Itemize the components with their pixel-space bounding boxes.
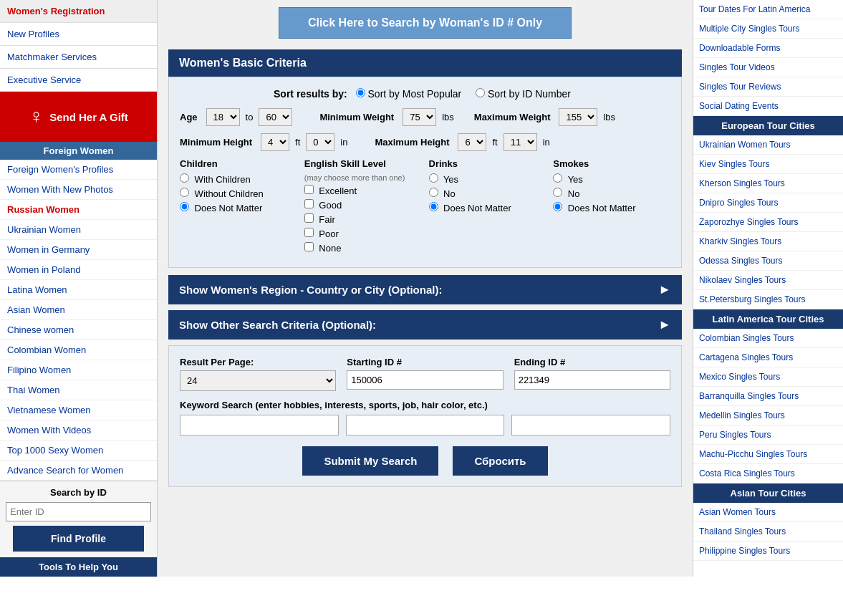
right-link-dnipro[interactable]: Dnipro Singles Tours [693, 193, 843, 213]
sidebar-item-latina[interactable]: Latina Women [0, 280, 157, 300]
right-link-mexico[interactable]: Mexico Singles Tours [693, 367, 843, 387]
right-link-philippine[interactable]: Philippine Singles Tours [693, 542, 843, 561]
smokes-dnm[interactable]: Does Not Matter [553, 202, 670, 213]
children-with[interactable]: With Children [180, 173, 297, 185]
sidebar-item-thai[interactable]: Thai Women [0, 380, 157, 400]
max-height-ft-select[interactable]: 65 [458, 133, 486, 151]
children-without-radio[interactable] [180, 188, 189, 197]
right-link-thailand[interactable]: Thailand Singles Tours [693, 522, 843, 542]
right-link-zaporozhye[interactable]: Zaporozhye Singles Tours [693, 213, 843, 232]
children-without[interactable]: Without Children [180, 188, 297, 199]
drinks-dnm-radio[interactable] [429, 202, 438, 211]
min-weight-select[interactable]: 758090 [403, 108, 436, 126]
results-per-page-select[interactable]: 2448100 [180, 370, 336, 391]
sidebar-item-vietnamese[interactable]: Vietnamese Women [0, 400, 157, 420]
smokes-yes-radio[interactable] [553, 173, 562, 183]
right-link-barranquilla[interactable]: Barranquilla Singles Tours [693, 387, 843, 406]
sort-popular-radio[interactable] [356, 88, 365, 97]
right-link-cartagena[interactable]: Cartagena Singles Tours [693, 348, 843, 367]
smokes-no[interactable]: No [553, 188, 670, 199]
english-excellent[interactable]: Excellent [304, 185, 422, 196]
other-expandable[interactable]: Show Other Search Criteria (Optional): ► [168, 310, 682, 340]
submit-button[interactable]: Submit My Search [302, 446, 438, 476]
sidebar-item-new-photos[interactable]: Women With New Photos [0, 180, 157, 200]
right-link-videos[interactable]: Singles Tour Videos [693, 58, 843, 77]
children-dnm[interactable]: Does Not Matter [180, 202, 297, 213]
children-dnm-radio[interactable] [180, 202, 189, 211]
right-link-kherson[interactable]: Kherson Singles Tours [693, 174, 843, 193]
children-with-radio[interactable] [180, 173, 189, 183]
age-min-select[interactable]: 18202530 [206, 108, 240, 126]
english-poor-cb[interactable] [304, 228, 314, 237]
smokes-yes[interactable]: Yes [553, 173, 670, 185]
sidebar-item-filipino[interactable]: Filipino Women [0, 360, 157, 380]
region-expandable[interactable]: Show Women's Region - Country or City (O… [168, 275, 682, 304]
english-none[interactable]: None [304, 242, 422, 254]
right-link-peru[interactable]: Peru Singles Tours [693, 425, 843, 445]
right-link-tour-dates[interactable]: Tour Dates For Latin America [693, 0, 843, 19]
right-link-multiple-city[interactable]: Multiple City Singles Tours [693, 19, 843, 39]
drinks-yes[interactable]: Yes [429, 173, 546, 185]
english-fair[interactable]: Fair [304, 213, 422, 225]
keyword-input-1[interactable] [180, 415, 339, 435]
sidebar-item-russian[interactable]: Russian Women [0, 200, 157, 220]
right-link-medellin[interactable]: Medellin Singles Tours [693, 406, 843, 425]
keyword-input-3[interactable] [511, 415, 670, 435]
sidebar-item-chinese[interactable]: Chinese women [0, 320, 157, 340]
sort-id-radio[interactable] [476, 88, 485, 97]
sidebar-item-new-profiles[interactable]: New Profiles [0, 23, 157, 46]
right-link-asian-tours[interactable]: Asian Women Tours [693, 503, 843, 522]
right-link-nikolaev[interactable]: Nikolaev Singles Tours [693, 271, 843, 290]
reset-button[interactable]: Сбросить [453, 446, 547, 476]
sidebar-item-womens-registration[interactable]: Women's Registration [0, 0, 157, 23]
right-link-machu-picchu[interactable]: Machu-Picchu Singles Tours [693, 445, 843, 464]
min-height-ft-select[interactable]: 45 [261, 133, 289, 151]
id-input[interactable] [6, 502, 151, 521]
sidebar-item-foreign-profiles[interactable]: Foreign Women's Profiles [0, 160, 157, 180]
sort-popular-label[interactable]: Sort by Most Popular [356, 88, 465, 100]
sidebar-item-top1000[interactable]: Top 1000 Sexy Women [0, 441, 157, 461]
max-height-in-select[interactable]: 11109 [504, 133, 537, 151]
english-poor[interactable]: Poor [304, 228, 422, 239]
find-profile-button[interactable]: Find Profile [13, 526, 144, 552]
sidebar-item-colombian[interactable]: Colombian Women [0, 340, 157, 360]
drinks-no-radio[interactable] [429, 188, 438, 197]
sidebar-item-ukrainian[interactable]: Ukrainian Women [0, 220, 157, 240]
english-good[interactable]: Good [304, 199, 422, 211]
gift-banner[interactable]: ♀ Send Her A Gift [0, 92, 157, 142]
sidebar-item-with-videos[interactable]: Women With Videos [0, 420, 157, 441]
right-link-downloadable[interactable]: Downloadable Forms [693, 39, 843, 58]
drinks-dnm[interactable]: Does Not Matter [429, 202, 546, 213]
sidebar-item-advance-search[interactable]: Advance Search for Women [0, 461, 157, 481]
right-link-reviews[interactable]: Singles Tour Reviews [693, 77, 843, 97]
english-none-cb[interactable] [304, 242, 314, 251]
english-fair-cb[interactable] [304, 213, 314, 223]
search-by-id-button[interactable]: Click Here to Search by Woman's ID # Onl… [279, 7, 572, 39]
keyword-input-2[interactable] [346, 415, 505, 435]
right-link-costa-rica[interactable]: Costa Rica Singles Tours [693, 464, 843, 483]
sidebar-item-germany[interactable]: Women in Germany [0, 240, 157, 260]
sidebar-item-asian[interactable]: Asian Women [0, 300, 157, 320]
max-weight-select[interactable]: 155160170 [559, 108, 597, 126]
right-link-colombian-tours[interactable]: Colombian Singles Tours [693, 329, 843, 348]
min-height-in-select[interactable]: 012 [306, 133, 334, 151]
smokes-no-radio[interactable] [553, 188, 562, 197]
right-link-stpetersburg[interactable]: St.Petersburg Singles Tours [693, 290, 843, 309]
drinks-no[interactable]: No [429, 188, 546, 199]
drinks-yes-radio[interactable] [429, 173, 438, 183]
age-max-select[interactable]: 605045 [259, 108, 292, 126]
starting-id-input[interactable] [347, 370, 503, 390]
right-link-ukrainian-tours[interactable]: Ukrainian Women Tours [693, 135, 843, 155]
sort-id-label[interactable]: Sort by ID Number [476, 88, 571, 100]
english-good-cb[interactable] [304, 199, 314, 208]
smokes-dnm-radio[interactable] [553, 202, 562, 211]
right-link-odessa[interactable]: Odessa Singles Tours [693, 251, 843, 271]
english-excellent-cb[interactable] [304, 185, 314, 194]
sidebar-item-executive[interactable]: Executive Service [0, 69, 157, 92]
ending-id-input[interactable] [514, 370, 670, 390]
right-link-social[interactable]: Social Dating Events [693, 97, 843, 116]
right-link-kiev[interactable]: Kiev Singles Tours [693, 155, 843, 174]
sidebar-item-poland[interactable]: Women in Poland [0, 260, 157, 280]
sidebar-item-matchmaker[interactable]: Matchmaker Services [0, 46, 157, 69]
right-link-kharkiv[interactable]: Kharkiv Singles Tours [693, 232, 843, 251]
